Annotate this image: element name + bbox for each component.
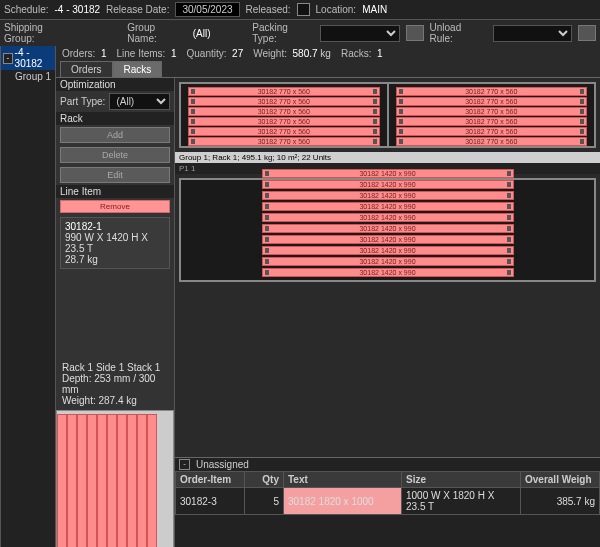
rack-bar[interactable]: 30182 1420 x 990 bbox=[262, 213, 514, 222]
rack-head: Rack bbox=[56, 112, 174, 125]
rack-view: 30182 770 x 56030182 770 x 56030182 770 … bbox=[175, 78, 600, 547]
rack-bar[interactable]: 30182 770 x 560 bbox=[188, 117, 380, 126]
tree-root-label: -4 - 30182 bbox=[15, 47, 53, 69]
group-name-value: (All) bbox=[193, 28, 211, 39]
table-row[interactable]: 30182-3530182 1820 x 10001000 W X 1820 H… bbox=[176, 488, 600, 515]
rack-bar[interactable]: 30182 770 x 560 bbox=[396, 87, 588, 96]
unassigned-collapse-icon[interactable]: - bbox=[179, 459, 190, 470]
rack-bar[interactable]: 30182 770 x 560 bbox=[396, 107, 588, 116]
tab-racks[interactable]: Racks bbox=[113, 61, 163, 77]
group-name-label: Group Name: bbox=[127, 22, 186, 44]
released-label: Released: bbox=[246, 4, 291, 15]
rack-edit-button[interactable]: Edit bbox=[60, 167, 170, 183]
schedule-label: Schedule: bbox=[4, 4, 48, 15]
rack-bottom-slot[interactable]: 30182 1420 x 99030182 1420 x 99030182 14… bbox=[179, 178, 596, 282]
unload-rule-select[interactable] bbox=[493, 25, 572, 42]
rack-bar[interactable]: 30182 1420 x 990 bbox=[262, 235, 514, 244]
rackside-weight: Weight: 287.4 kg bbox=[62, 395, 168, 406]
location-label: Location: bbox=[316, 4, 357, 15]
lineitems-value: 1 bbox=[171, 48, 177, 59]
rack-bar[interactable]: 30182 770 x 560 bbox=[396, 117, 588, 126]
packing-type-action-button[interactable] bbox=[406, 25, 424, 41]
schedule-value: -4 - 30182 bbox=[54, 4, 100, 15]
rack-top-slot[interactable]: 30182 770 x 56030182 770 x 56030182 770 … bbox=[179, 82, 596, 148]
stack-bar[interactable] bbox=[67, 414, 77, 547]
rack-bar[interactable]: 30182 770 x 560 bbox=[188, 137, 380, 146]
shipping-row: Shipping Group: Group Name: (All) Packin… bbox=[0, 20, 600, 46]
col-qty[interactable]: Qty bbox=[245, 472, 284, 488]
collapse-icon[interactable]: - bbox=[3, 53, 13, 64]
unload-rule-action-button[interactable] bbox=[578, 25, 596, 41]
rack-bar[interactable]: 30182 1420 x 990 bbox=[262, 202, 514, 211]
rack-status-bar: Group 1; Rack 1; 495.1 kg; 10 m²; 22 Uni… bbox=[175, 152, 600, 163]
rack-bar[interactable]: 30182 1420 x 990 bbox=[262, 246, 514, 255]
col-weight[interactable]: Overall Weigh bbox=[521, 472, 600, 488]
rack-bar[interactable]: 30182 770 x 560 bbox=[188, 107, 380, 116]
rack-bar[interactable]: 30182 1420 x 990 bbox=[262, 257, 514, 266]
stack-bar[interactable] bbox=[97, 414, 107, 547]
part-type-label: Part Type: bbox=[60, 96, 105, 107]
rack-bar[interactable]: 30182 1420 x 990 bbox=[262, 268, 514, 277]
tab-orders[interactable]: Orders bbox=[60, 61, 113, 77]
packing-type-select[interactable] bbox=[320, 25, 399, 42]
rack-bar[interactable]: 30182 1420 x 990 bbox=[262, 191, 514, 200]
tree-panel: - -4 - 30182 Group 1 bbox=[0, 46, 56, 547]
top-header: Schedule: -4 - 30182 Release Date: 30/05… bbox=[0, 0, 600, 20]
rack-delete-button[interactable]: Delete bbox=[60, 147, 170, 163]
unassigned-panel: - Unassigned Order-Item Qty Text Size Ov… bbox=[175, 457, 600, 547]
stack-bar[interactable] bbox=[77, 414, 87, 547]
tree-root-node[interactable]: - -4 - 30182 bbox=[1, 46, 55, 70]
released-checkbox[interactable] bbox=[297, 3, 310, 16]
rack-bar[interactable]: 30182 770 x 560 bbox=[188, 97, 380, 106]
cell-size: 1000 W X 1820 H X 23.5 T bbox=[402, 488, 521, 515]
rack-bar[interactable]: 30182 1420 x 990 bbox=[262, 169, 514, 178]
lineitem-head: Line Item bbox=[56, 185, 174, 198]
orders-value: 1 bbox=[101, 48, 107, 59]
lineitem-id: 30182-1 bbox=[65, 221, 165, 232]
stack-bar[interactable] bbox=[107, 414, 117, 547]
unload-rule-label: Unload Rule: bbox=[430, 22, 487, 44]
stack-bar[interactable] bbox=[117, 414, 127, 547]
rack-bar[interactable]: 30182 770 x 560 bbox=[188, 127, 380, 136]
stack-visual[interactable] bbox=[56, 410, 174, 547]
left-column: Optimization Part Type: (All) Rack Add D… bbox=[56, 78, 175, 547]
rackside-title: Rack 1 Side 1 Stack 1 bbox=[62, 362, 168, 373]
rack-bar[interactable]: 30182 770 x 560 bbox=[396, 127, 588, 136]
tree-child-node[interactable]: Group 1 bbox=[1, 70, 55, 83]
weight-label: Weight: bbox=[253, 48, 287, 59]
col-order[interactable]: Order-Item bbox=[176, 472, 245, 488]
stack-bar[interactable] bbox=[127, 414, 137, 547]
tab-strip: Orders Racks bbox=[60, 61, 600, 77]
lineitem-remove-button[interactable]: Remove bbox=[60, 200, 170, 213]
stack-bar[interactable] bbox=[147, 414, 157, 547]
col-text[interactable]: Text bbox=[284, 472, 402, 488]
rack-bar[interactable]: 30182 1420 x 990 bbox=[262, 180, 514, 189]
release-date-label: Release Date: bbox=[106, 4, 169, 15]
rack-bar[interactable]: 30182 1420 x 990 bbox=[262, 224, 514, 233]
racks-label: Racks: bbox=[341, 48, 372, 59]
racks-value: 1 bbox=[377, 48, 383, 59]
col-size[interactable]: Size bbox=[402, 472, 521, 488]
cell-weight: 385.7 kg bbox=[521, 488, 600, 515]
rack-bar[interactable]: 30182 770 x 560 bbox=[188, 87, 380, 96]
quantity-label: Quantity: bbox=[187, 48, 227, 59]
rack-side-info: Rack 1 Side 1 Stack 1 Depth: 253 mm / 30… bbox=[56, 358, 174, 410]
orders-label: Orders: bbox=[62, 48, 95, 59]
release-date-field[interactable]: 30/05/2023 bbox=[175, 2, 239, 17]
unassigned-table: Order-Item Qty Text Size Overall Weigh 3… bbox=[175, 471, 600, 515]
stack-bar[interactable] bbox=[137, 414, 147, 547]
stack-bar[interactable] bbox=[87, 414, 97, 547]
weight-value: 580.7 bbox=[293, 48, 318, 59]
stack-bar[interactable] bbox=[57, 414, 67, 547]
part-type-select[interactable]: (All) bbox=[109, 93, 170, 110]
quantity-value: 27 bbox=[232, 48, 243, 59]
rack-bar[interactable]: 30182 770 x 560 bbox=[396, 97, 588, 106]
right-panel: Orders: 1 Line Items: 1 Quantity: 27 Wei… bbox=[56, 46, 600, 547]
weight-unit: kg bbox=[320, 48, 331, 59]
rack-add-button[interactable]: Add bbox=[60, 127, 170, 143]
rackside-depth: Depth: 253 mm / 300 mm bbox=[62, 373, 168, 395]
lineitem-box[interactable]: 30182-1 990 W X 1420 H X 23.5 T 28.7 kg bbox=[60, 217, 170, 269]
rack-bar[interactable]: 30182 770 x 560 bbox=[396, 137, 588, 146]
summary-row: Orders: 1 Line Items: 1 Quantity: 27 Wei… bbox=[56, 46, 600, 61]
shipping-group-label: Shipping Group: bbox=[4, 22, 76, 44]
